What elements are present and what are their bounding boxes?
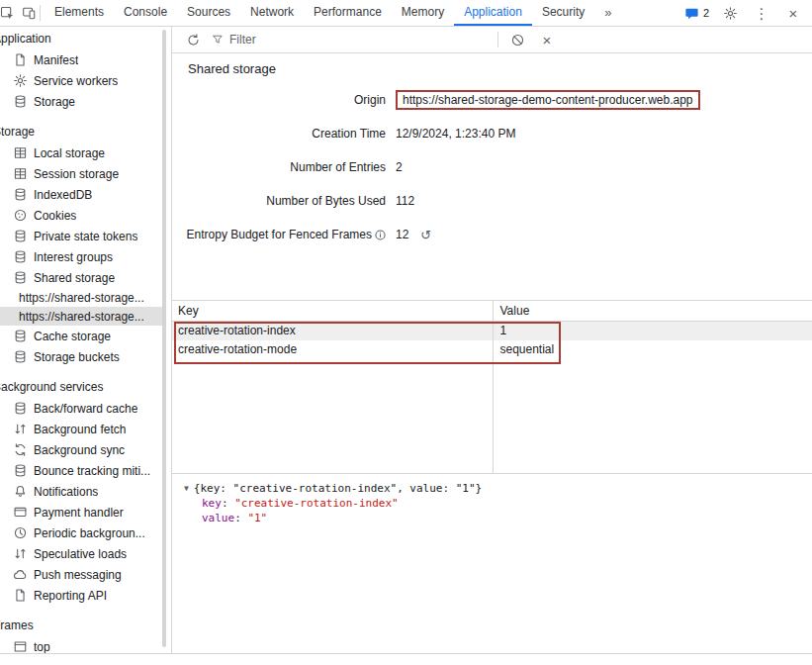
sidebar-item-bounce-tracking[interactable]: Bounce tracking miti... — [0, 460, 163, 481]
key-cell: creative-rotation-index — [172, 322, 493, 340]
tabbar-divider — [40, 5, 41, 21]
sidebar-scrollbar[interactable] — [162, 30, 166, 647]
sidebar-item-local-storage[interactable]: Local storage — [0, 142, 163, 163]
table-icon — [13, 166, 28, 181]
sidebar-item-storage-buckets[interactable]: Storage buckets — [0, 346, 163, 367]
sidebar-item-service-workers[interactable]: Service workers — [0, 70, 163, 91]
field-origin: Origin https://shared-storage-demo-conte… — [172, 90, 812, 110]
preview-summary: {key: "creative-rotation-index", value: … — [194, 482, 482, 495]
field-value: 12/9/2024, 1:23:40 PM — [396, 127, 812, 141]
database-icon — [13, 349, 28, 364]
refresh-icon[interactable] — [182, 29, 204, 50]
settings-gear-icon[interactable] — [719, 2, 741, 24]
tab-console[interactable]: Console — [114, 0, 177, 26]
sidebar-item-cache-storage[interactable]: Cache storage — [0, 326, 163, 346]
cloud-icon — [13, 567, 28, 582]
sidebar-item-background-fetch[interactable]: Background fetch — [0, 419, 163, 439]
table-icon — [13, 145, 28, 160]
origin-value: https://shared-storage-demo-content-prod… — [396, 90, 700, 110]
tab-network[interactable]: Network — [240, 0, 304, 26]
database-icon — [13, 187, 28, 202]
sidebar-item-reporting-api[interactable]: Reporting API — [0, 585, 163, 606]
sidebar-item-private-state-tokens[interactable]: Private state tokens — [0, 226, 163, 246]
more-tabs-button[interactable]: » — [594, 0, 621, 26]
panel-content: Shared storage Origin https://shared-sto… — [172, 53, 812, 653]
column-header-value[interactable]: Value — [493, 301, 812, 321]
sidebar-item-session-storage[interactable]: Session storage — [0, 163, 163, 184]
clock-icon — [13, 525, 28, 540]
sidebar-item-push-messaging[interactable]: Push messaging — [0, 564, 163, 585]
column-header-key[interactable]: Key — [172, 301, 493, 321]
info-icon[interactable] — [375, 230, 386, 240]
sidebar-item-cookies[interactable]: Cookies — [0, 205, 163, 226]
entry-preview-pane: ▼{key: "creative-rotation-index", value:… — [172, 474, 812, 653]
up-down-arrows-icon — [13, 422, 28, 436]
filter-box[interactable] — [212, 33, 490, 47]
sidebar-item-speculative-loads[interactable]: Speculative loads — [0, 543, 163, 564]
section-storage: Storage Local storage Session storage In… — [0, 122, 171, 367]
field-value: 2 — [396, 160, 812, 174]
database-icon — [13, 463, 28, 478]
sync-icon — [13, 442, 28, 457]
sidebar-item-back-forward-cache[interactable]: Back/forward cache — [0, 398, 163, 419]
database-icon — [13, 249, 28, 264]
devtools-tabbar: Elements Console Sources Network Perform… — [0, 0, 812, 27]
sidebar-item-storage[interactable]: Storage — [0, 91, 163, 112]
tab-performance[interactable]: Performance — [304, 0, 392, 26]
devtools-body: Application Manifest Service workers Sto… — [0, 27, 812, 653]
inspect-element-icon[interactable] — [0, 2, 18, 24]
filter-input[interactable] — [229, 33, 490, 47]
sidebar-item-shared-storage-origin-1[interactable]: https://shared-storage... — [0, 288, 163, 307]
device-toolbar-icon[interactable] — [18, 2, 40, 24]
expand-toggle-icon[interactable]: ▼ — [184, 484, 189, 493]
document-icon — [13, 588, 28, 603]
key-cell: creative-rotation-mode — [172, 340, 493, 359]
field-value: 12 — [396, 228, 408, 241]
preview-summary-line: ▼{key: "creative-rotation-index", value:… — [184, 481, 812, 496]
database-icon — [13, 329, 28, 343]
kebab-menu-icon[interactable]: ⋮ — [751, 2, 772, 24]
tab-elements[interactable]: Elements — [45, 0, 114, 26]
shared-storage-panel: × Shared storage Origin https://shared-s… — [172, 27, 812, 653]
database-icon — [13, 229, 28, 243]
application-sidebar: Application Manifest Service workers Sto… — [0, 27, 172, 653]
tab-application[interactable]: Application — [454, 0, 532, 26]
column-divider[interactable] — [493, 301, 494, 473]
panel-tabs: Elements Console Sources Network Perform… — [45, 0, 621, 26]
sidebar-item-background-sync[interactable]: Background sync — [0, 439, 163, 460]
field-number-of-bytes: Number of Bytes Used 112 — [172, 191, 812, 211]
metadata-fields: Origin https://shared-storage-demo-conte… — [172, 90, 812, 258]
close-devtools-icon[interactable]: × — [782, 2, 804, 24]
frame-icon — [13, 639, 28, 653]
sidebar-item-payment-handler[interactable]: Payment handler — [0, 502, 163, 522]
database-icon — [13, 401, 28, 416]
card-icon — [13, 505, 28, 520]
tab-security[interactable]: Security — [532, 0, 594, 26]
sidebar-item-shared-storage-origin-2[interactable]: https://shared-storage... — [0, 307, 163, 326]
preview-entry-key: key"creative-rotation-index" — [184, 496, 812, 511]
up-down-arrows-icon — [13, 546, 28, 561]
sidebar-item-shared-storage[interactable]: Shared storage — [0, 267, 163, 288]
tabbar-right-icons: 2 ⋮ × — [684, 2, 812, 24]
sidebar-item-indexeddb[interactable]: IndexedDB — [0, 184, 163, 205]
delete-all-icon[interactable] — [506, 29, 528, 50]
field-label: Origin — [172, 93, 386, 107]
field-value: 112 — [396, 194, 812, 208]
tab-memory[interactable]: Memory — [392, 0, 454, 26]
sidebar-item-notifications[interactable]: Notifications — [0, 481, 163, 502]
tab-sources[interactable]: Sources — [177, 0, 240, 26]
bell-icon — [13, 484, 28, 499]
section-title-background-services: Background services — [0, 377, 171, 398]
console-messages-badge[interactable]: 2 — [684, 6, 709, 21]
reset-budget-icon[interactable]: ↺ — [420, 229, 431, 241]
sidebar-item-interest-groups[interactable]: Interest groups — [0, 246, 163, 267]
filter-funnel-icon — [212, 34, 224, 46]
field-label: Entropy Budget for Fenced Frames — [187, 228, 372, 241]
sidebar-item-top-frame[interactable]: top — [0, 636, 163, 653]
field-label: Creation Time — [172, 127, 386, 141]
delete-selected-icon[interactable]: × — [536, 29, 558, 50]
sidebar-item-periodic-background-sync[interactable]: Periodic backgroun... — [0, 522, 163, 543]
console-message-count: 2 — [703, 7, 709, 19]
gear-icon — [13, 73, 28, 88]
sidebar-item-manifest[interactable]: Manifest — [0, 49, 163, 70]
